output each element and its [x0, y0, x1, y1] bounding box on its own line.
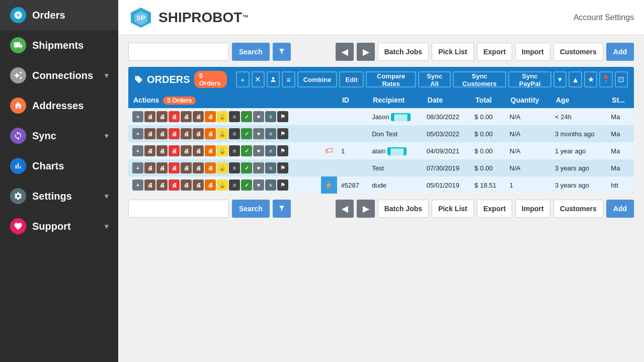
combine-button[interactable]: Combine [297, 71, 338, 87]
edit-button[interactable]: Edit [339, 71, 364, 87]
action-icon-3[interactable]: 🖨 [169, 162, 180, 173]
compare-rates-button[interactable]: Compare Rates [366, 71, 416, 87]
orders-star-btn[interactable]: ★ [584, 71, 597, 87]
action-icon-0[interactable]: + [132, 128, 143, 139]
action-icon-1[interactable]: 🖨 [144, 162, 155, 173]
row-star-icon[interactable]: ★ [325, 181, 332, 190]
action-icon-6[interactable]: 🖨 [205, 111, 216, 122]
action-icon-8[interactable]: ≡ [229, 179, 240, 191]
action-icon-12[interactable]: ⚑ [277, 111, 288, 122]
action-icon-10[interactable]: ♥ [253, 179, 264, 191]
prev-button-bottom[interactable]: ◀ [336, 200, 354, 218]
import-button-bottom[interactable]: Import [515, 200, 550, 218]
next-button-bottom[interactable]: ▶ [357, 200, 375, 218]
search-button-bottom[interactable]: Search [232, 200, 270, 218]
action-icon-10[interactable]: ♥ [253, 145, 264, 156]
action-icon-2[interactable]: 🖨 [156, 179, 168, 191]
action-icon-3[interactable]: 🖨 [169, 179, 180, 191]
action-icon-11[interactable]: ≡ [265, 162, 276, 173]
action-icon-10[interactable]: ♥ [253, 128, 264, 139]
action-icon-4[interactable]: 🖨 [181, 145, 192, 156]
action-icon-10[interactable]: ♥ [253, 111, 264, 122]
sidebar-item-settings[interactable]: Settings ▾ [0, 181, 118, 211]
orders-add-btn[interactable]: + [236, 71, 249, 87]
action-icon-4[interactable]: 🖨 [181, 162, 192, 173]
action-icon-11[interactable]: ≡ [265, 128, 276, 139]
action-icon-8[interactable]: ≡ [229, 111, 240, 122]
action-icon-2[interactable]: 🖨 [156, 162, 168, 173]
account-settings-link[interactable]: Account Settings [574, 13, 634, 22]
import-button-top[interactable]: Import [515, 43, 550, 61]
action-icon-8[interactable]: ≡ [229, 145, 240, 156]
action-icon-1[interactable]: 🖨 [144, 145, 155, 156]
batch-jobs-button-top[interactable]: Batch Jobs [378, 43, 429, 61]
orders-dropdown-btn[interactable]: ▾ [553, 71, 567, 87]
prev-button-top[interactable]: ◀ [336, 43, 354, 61]
action-icon-6[interactable]: 🖨 [205, 145, 216, 156]
sidebar-item-support[interactable]: Support ▾ [0, 211, 118, 241]
action-icon-9[interactable]: ✓ [241, 111, 252, 122]
action-icon-12[interactable]: ⚑ [277, 179, 288, 191]
action-icon-1[interactable]: 🖨 [144, 179, 155, 191]
sync-all-button[interactable]: Sync All [418, 71, 451, 87]
pick-list-button-bottom[interactable]: Pick List [432, 200, 474, 218]
orders-list-btn[interactable]: ≡ [282, 71, 295, 87]
action-icon-5[interactable]: 🖨 [193, 111, 204, 122]
orders-grid-btn[interactable]: ⊡ [615, 71, 628, 87]
action-icon-6[interactable]: 🖨 [205, 179, 216, 191]
add-button-bottom[interactable]: Add [606, 200, 634, 218]
sync-customers-button[interactable]: Sync Customers [453, 71, 506, 87]
orders-up-btn[interactable]: ▲ [569, 71, 582, 87]
export-button-bottom[interactable]: Export [477, 200, 512, 218]
action-icon-5[interactable]: 🖨 [193, 128, 204, 139]
action-icon-2[interactable]: 🖨 [156, 128, 168, 139]
filter-button-bottom[interactable] [273, 200, 291, 218]
action-icon-9[interactable]: ✓ [241, 145, 252, 156]
action-icon-5[interactable]: 🖨 [193, 162, 204, 173]
action-icon-5[interactable]: 🖨 [193, 179, 204, 191]
batch-jobs-button-bottom[interactable]: Batch Jobs [378, 200, 429, 218]
search-button-top[interactable]: Search [232, 43, 270, 61]
orders-pin-btn[interactable]: 📍 [599, 71, 612, 87]
action-icon-8[interactable]: ≡ [229, 162, 240, 173]
action-icon-4[interactable]: 🖨 [181, 111, 192, 122]
action-icon-8[interactable]: ≡ [229, 128, 240, 139]
action-icon-12[interactable]: ⚑ [277, 145, 288, 156]
action-icon-9[interactable]: ✓ [241, 128, 252, 139]
search-input-bottom[interactable] [128, 200, 229, 218]
next-button-top[interactable]: ▶ [357, 43, 375, 61]
action-icon-11[interactable]: ≡ [265, 145, 276, 156]
action-icon-7[interactable]: 🔒 [217, 128, 228, 139]
action-icon-1[interactable]: 🖨 [144, 128, 155, 139]
export-button-top[interactable]: Export [477, 43, 512, 61]
action-icon-0[interactable]: + [132, 145, 143, 156]
search-input-top[interactable] [128, 43, 229, 61]
action-icon-7[interactable]: 🔒 [217, 179, 228, 191]
action-icon-11[interactable]: ≡ [265, 111, 276, 122]
action-icon-7[interactable]: 🔒 [217, 162, 228, 173]
action-icon-10[interactable]: ♥ [253, 162, 264, 173]
action-icon-3[interactable]: 🖨 [169, 111, 180, 122]
action-icon-7[interactable]: 🔒 [217, 111, 228, 122]
sidebar-item-sync[interactable]: Sync ▾ [0, 121, 118, 151]
action-icon-3[interactable]: 🖨 [169, 128, 180, 139]
action-icon-12[interactable]: ⚑ [277, 128, 288, 139]
customers-button-top[interactable]: Customers [553, 43, 603, 61]
sidebar-item-charts[interactable]: Charts [0, 151, 118, 181]
sync-paypal-button[interactable]: Sync PayPal [508, 71, 551, 87]
action-icon-9[interactable]: ✓ [241, 162, 252, 173]
action-icon-4[interactable]: 🖨 [181, 179, 192, 191]
action-icon-11[interactable]: ≡ [265, 179, 276, 191]
sidebar-item-orders[interactable]: Orders [0, 0, 118, 30]
action-icon-2[interactable]: 🖨 [156, 111, 168, 122]
action-icon-0[interactable]: + [132, 111, 143, 122]
action-icon-6[interactable]: 🖨 [205, 128, 216, 139]
sidebar-item-addresses[interactable]: Addresses [0, 90, 118, 121]
action-icon-6[interactable]: 🖨 [205, 162, 216, 173]
action-icon-4[interactable]: 🖨 [181, 128, 192, 139]
sidebar-item-shipments[interactable]: Shipments [0, 30, 118, 60]
pick-list-button-top[interactable]: Pick List [432, 43, 474, 61]
action-icon-12[interactable]: ⚑ [277, 162, 288, 173]
add-button-top[interactable]: Add [606, 43, 634, 61]
action-icon-0[interactable]: + [132, 179, 143, 191]
